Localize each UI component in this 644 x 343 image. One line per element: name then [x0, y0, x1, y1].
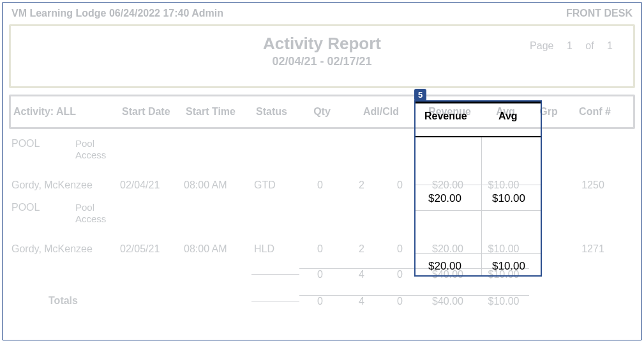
cell-qty: 0 — [299, 240, 341, 259]
totals-qty: 0 — [299, 295, 341, 307]
totals-adl: 4 — [341, 295, 382, 307]
cell-qty: 0 — [299, 176, 341, 195]
cell-time: 08:00 AM — [181, 176, 251, 195]
col-status: Status — [253, 106, 301, 118]
cell-revenue: $20.00 — [417, 240, 478, 259]
subtotal-avg: $10.00 — [478, 268, 529, 280]
subtotal-qty: 0 — [299, 268, 341, 280]
totals-avg: $10.00 — [478, 295, 529, 307]
title-card: Activity Report 02/04/21 - 02/17/21 Page… — [9, 24, 635, 88]
columns-header: Activity: ALL Start Date Start Time Stat… — [9, 95, 635, 129]
totals-label: Totals — [9, 295, 117, 307]
page-info: Page 1 of 1 — [525, 40, 618, 52]
col-adl-cld: Adl/Cld — [343, 106, 419, 118]
col-start-time: Start Time — [183, 106, 253, 118]
cell-date: 02/04/21 — [117, 176, 181, 195]
section-row: POOL Pool Access — [9, 197, 635, 238]
col-avg: Avg — [480, 106, 531, 118]
report-frame: VM Learning Lodge 06/24/2022 17:40 Admin… — [2, 2, 642, 340]
cell-time: 08:00 AM — [181, 240, 251, 259]
col-start-date: Start Date — [119, 106, 183, 118]
cell-adl: 2 — [341, 176, 382, 195]
cell-cld: 0 — [382, 176, 417, 195]
page-label: Page — [530, 40, 553, 51]
totals-revenue: $40.00 — [417, 295, 478, 307]
cell-revenue: $20.00 — [417, 176, 478, 195]
subtotal-row: 0 4 0 $40.00 $10.00 — [9, 261, 635, 287]
col-qty: Qty — [301, 106, 343, 118]
cell-date: 02/05/21 — [117, 240, 181, 259]
totals-row: Totals 0 4 0 $40.00 $10.00 — [9, 287, 635, 314]
data-grid: POOL Pool Access Gordy, McKenzee 02/04/2… — [9, 133, 635, 314]
subtotal-cld: 0 — [382, 268, 417, 280]
col-revenue: Revenue — [419, 106, 480, 118]
col-conf: Conf # — [566, 106, 624, 118]
section-desc: Pool Access — [73, 133, 117, 165]
page-total: 1 — [607, 40, 613, 51]
table-row: Gordy, McKenzee 02/05/21 08:00 AM HLD 0 … — [9, 238, 635, 261]
header-right: FRONT DESK — [566, 8, 633, 19]
cell-avg: $10.00 — [478, 240, 529, 259]
cell-guest: Gordy, McKenzee — [9, 240, 117, 259]
window-header: VM Learning Lodge 06/24/2022 17:40 Admin… — [9, 6, 635, 20]
cell-conf: 1250 — [564, 176, 622, 195]
section-code: POOL — [9, 197, 73, 217]
page-current: 1 — [567, 40, 573, 51]
cell-status: HLD — [251, 240, 299, 259]
header-left: VM Learning Lodge 06/24/2022 17:40 Admin — [11, 8, 223, 19]
page-of-label: of — [585, 40, 594, 51]
cell-avg: $10.00 — [478, 176, 529, 195]
col-grp: Grp — [531, 106, 566, 118]
cell-adl: 2 — [341, 240, 382, 259]
cell-grp — [529, 245, 564, 253]
cell-guest: Gordy, McKenzee — [9, 176, 117, 195]
section-code: POOL — [9, 133, 73, 153]
section-desc: Pool Access — [73, 197, 117, 229]
cell-conf: 1271 — [564, 240, 622, 259]
col-activity: Activity: ALL — [11, 106, 119, 118]
report-title: Activity Report — [263, 34, 381, 54]
cell-cld: 0 — [382, 240, 417, 259]
subtotal-revenue: $40.00 — [417, 268, 478, 280]
section-row: POOL Pool Access — [9, 133, 635, 174]
cell-status: GTD — [251, 176, 299, 195]
report-date-range: 02/04/21 - 02/17/21 — [263, 55, 381, 68]
totals-cld: 0 — [382, 295, 417, 307]
subtotal-adl: 4 — [341, 268, 382, 280]
table-row: Gordy, McKenzee 02/04/21 08:00 AM GTD 0 … — [9, 174, 635, 197]
cell-grp — [529, 181, 564, 189]
